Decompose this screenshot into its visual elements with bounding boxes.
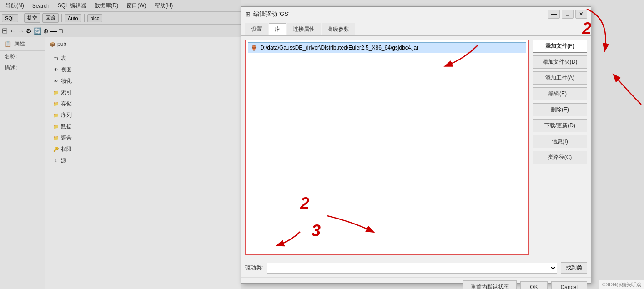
driver-class-select[interactable] (267, 263, 557, 274)
tab-advanced-params[interactable]: 高级参数 (322, 23, 355, 35)
minimize-button[interactable]: — (548, 10, 560, 19)
delete-button[interactable]: 删除(E) (533, 103, 587, 116)
reset-button[interactable]: 重置为默认状态 (463, 280, 517, 289)
file-path: D:\data\GaussDB_driver\Distributed\Euler… (260, 45, 418, 51)
edit-button[interactable]: 编辑(E)... (533, 87, 587, 100)
file-item[interactable]: 🏺 D:\data\GaussDB_driver\Distributed\Eul… (248, 42, 526, 53)
tab-settings[interactable]: 设置 (245, 23, 268, 35)
find-class-button[interactable]: 找到类 (561, 262, 587, 274)
driver-class-row: 驱动类: 找到类 (241, 259, 591, 277)
dialog-body: 🏺 D:\data\GaussDB_driver\Distributed\Eul… (241, 36, 591, 259)
class-path-button[interactable]: 类路径(C) (533, 151, 587, 164)
close-button[interactable]: ✕ (575, 10, 587, 19)
dialog-footer: 重置为默认状态 OK Cancel (241, 277, 591, 289)
edit-driver-dialog: ⊞ 编辑驱动 'GS' — □ ✕ 设置 库 连接属性 高级参数 🏺 D:\da… (241, 6, 591, 284)
add-artifact-button[interactable]: 添加工件(A) (533, 71, 587, 85)
tab-library[interactable]: 库 (269, 23, 286, 35)
ok-button[interactable]: OK (520, 281, 547, 289)
maximize-button[interactable]: □ (562, 10, 574, 19)
jar-icon: 🏺 (250, 44, 257, 51)
dialog-titlebar: ⊞ 编辑驱动 'GS' — □ ✕ (241, 7, 591, 21)
watermark: CSDN@猫头听戏 (599, 280, 644, 289)
cancel-button[interactable]: Cancel (551, 281, 587, 289)
download-update-button[interactable]: 下载/更新(D) (533, 119, 587, 132)
info-button[interactable]: 信息(I) (533, 135, 587, 148)
file-list-area[interactable]: 🏺 D:\data\GaussDB_driver\Distributed\Eul… (245, 40, 529, 255)
dialog-title-icon: ⊞ (245, 10, 251, 18)
driver-class-label: 驱动类: (245, 264, 263, 272)
dialog-controls: — □ ✕ (548, 10, 587, 19)
tab-connection-props[interactable]: 连接属性 (287, 23, 321, 35)
dialog-title-text: 编辑驱动 'GS' (253, 10, 545, 18)
dialog-tabs: 设置 库 连接属性 高级参数 (241, 21, 591, 36)
add-file-button[interactable]: 添加文件(F) (533, 40, 587, 53)
add-folder-button[interactable]: 添加文件夹(D) (533, 55, 587, 69)
right-button-panel: 添加文件(F) 添加文件夹(D) 添加工件(A) 编辑(E)... 删除(E) … (533, 40, 587, 255)
